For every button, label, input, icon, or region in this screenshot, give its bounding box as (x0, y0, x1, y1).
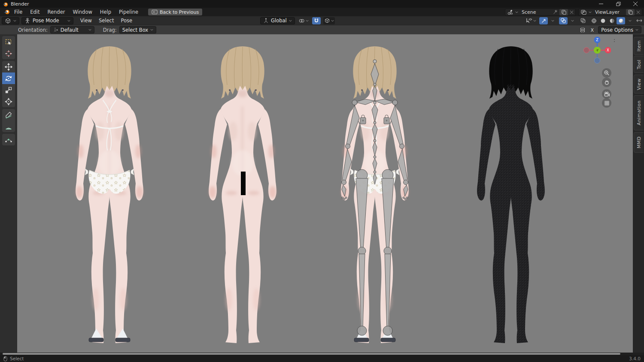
show-gizmo-toggle[interactable] (539, 17, 548, 24)
magnet-icon (313, 18, 319, 24)
menu-file[interactable]: File (10, 8, 26, 16)
camera-view-button[interactable] (602, 89, 611, 99)
tab-tool[interactable]: Tool (634, 56, 644, 73)
menubar: File Edit Render Window Help Pipeline Ba… (0, 8, 644, 16)
axis-negz-ball[interactable] (595, 58, 600, 63)
select-menu[interactable]: Select (95, 16, 117, 25)
xray-icon (580, 18, 586, 24)
model-figure-bikini[interactable] (62, 42, 157, 347)
gizmo-options-dropdown[interactable] (548, 17, 557, 24)
transform-orientation-dropdown[interactable]: Global (260, 17, 295, 24)
censor-bar (241, 172, 246, 195)
pin-icon[interactable] (553, 9, 558, 15)
show-overlays-toggle[interactable] (559, 17, 568, 24)
duplicate-icon (561, 9, 566, 15)
xray-toggle[interactable] (579, 17, 587, 24)
chevron-down-icon (306, 20, 309, 22)
close-button[interactable] (627, 0, 644, 8)
menu-edit[interactable]: Edit (26, 8, 43, 16)
minimize-button[interactable] (592, 0, 610, 8)
gizmo-arrow-icon (541, 18, 547, 24)
mirror-x-toggle[interactable]: X (589, 27, 595, 33)
remove-viewlayer-icon[interactable] (636, 10, 640, 14)
menu-pipeline[interactable]: Pipeline (115, 8, 142, 16)
tool-button-box-select[interactable] (2, 36, 15, 48)
chevron-down-icon (589, 11, 592, 13)
chevron-down-icon (515, 11, 518, 13)
zoom-view-button[interactable] (602, 68, 611, 78)
tool-button-scale[interactable] (2, 84, 15, 96)
wireframe-sphere-icon (591, 18, 597, 24)
tab-mmd[interactable]: MMD (634, 132, 644, 153)
chevron-down-icon (88, 29, 91, 31)
model-figure-censored[interactable] (195, 42, 290, 347)
shading-material-button[interactable] (608, 17, 616, 24)
tool-button-cursor[interactable] (2, 48, 15, 59)
material-sphere-icon (609, 18, 615, 24)
shading-options-dropdown[interactable] (626, 17, 634, 24)
tab-animation[interactable]: Animation (634, 95, 644, 130)
overlays-options-dropdown[interactable] (568, 17, 577, 24)
perspective-toggle-button[interactable] (602, 98, 611, 108)
bottom-resize-gutter[interactable] (0, 353, 644, 355)
axis-x-ball[interactable]: X (605, 47, 611, 54)
tool-button-move[interactable] (2, 61, 15, 72)
pan-view-button[interactable] (602, 78, 611, 87)
scene-selector[interactable]: Scene (505, 9, 576, 16)
menu-window[interactable]: Window (69, 8, 96, 16)
visibility-dropdown[interactable] (525, 17, 537, 24)
editor-type-button[interactable] (2, 17, 19, 24)
editor-3d-viewport-icon (5, 18, 11, 24)
tab-item[interactable]: Item (634, 37, 644, 55)
chevron-down-icon (150, 29, 153, 31)
expand-header-icon[interactable] (636, 18, 642, 23)
snap-settings-dropdown[interactable] (323, 17, 335, 24)
snap-toggle-button[interactable] (312, 17, 321, 24)
model-figure-wireframe[interactable] (464, 42, 558, 347)
delete-scene-icon[interactable] (570, 10, 574, 14)
tool-button-rotate[interactable] (2, 72, 15, 84)
shading-solid-button[interactable] (598, 17, 607, 24)
tool-button-pose-breakdowner[interactable] (2, 134, 15, 145)
blender-logo-icon (3, 1, 8, 7)
camera-icon (604, 91, 610, 97)
gutter-handle[interactable] (3, 353, 620, 355)
sidebar-collapse-handle[interactable] (614, 38, 615, 43)
minimize-icon (599, 2, 603, 6)
magnifier-icon (604, 70, 610, 76)
view-menu[interactable]: View (77, 16, 95, 25)
axis-z-ball[interactable]: Z (594, 37, 601, 43)
tab-view[interactable]: View (634, 75, 644, 94)
tool-button-measure[interactable] (2, 121, 15, 132)
pivot-point-dropdown[interactable] (298, 17, 310, 24)
drag-dropdown[interactable]: Select Box (119, 26, 157, 33)
maximize-button[interactable] (610, 0, 627, 8)
shading-wireframe-button[interactable] (589, 17, 598, 24)
menu-render[interactable]: Render (44, 8, 69, 16)
axis-negx-ball[interactable] (584, 48, 589, 53)
blender-menu-logo-icon[interactable] (3, 9, 10, 15)
pose-options-dropdown[interactable]: Pose Options (598, 26, 641, 33)
menu-help[interactable]: Help (96, 8, 115, 16)
x-mirror-butterfly-icon[interactable] (579, 27, 586, 33)
mode-dropdown[interactable]: Pose Mode (21, 17, 73, 24)
axis-navigation-gizmo[interactable]: Z X -Y (583, 36, 611, 64)
new-viewlayer-button[interactable] (626, 9, 635, 15)
model-figure-armature[interactable] (328, 42, 422, 347)
new-scene-button[interactable] (559, 9, 568, 15)
chevron-down-icon (551, 20, 554, 22)
armature-bones[interactable] (342, 60, 408, 335)
viewport-3d[interactable]: Z X -Y (0, 34, 644, 353)
axis-y-ball[interactable]: -Y (594, 47, 601, 54)
wireframe-mesh-overlay (464, 42, 558, 347)
viewlayer-selector[interactable]: ViewLayer (578, 9, 642, 16)
shading-rendered-button[interactable] (617, 17, 625, 24)
mode-label: Pose Mode (33, 18, 59, 24)
orientation-dropdown[interactable]: Default (50, 26, 94, 33)
tool-settings-bar: Orientation: Default Drag: Select Box X … (0, 25, 644, 34)
pose-menu[interactable]: Pose (117, 16, 136, 25)
tool-button-annotate[interactable] (2, 109, 15, 121)
tool-button-transform[interactable] (2, 96, 15, 107)
back-to-previous-button[interactable]: Back to Previous (148, 9, 202, 15)
cube-icon (324, 18, 330, 24)
